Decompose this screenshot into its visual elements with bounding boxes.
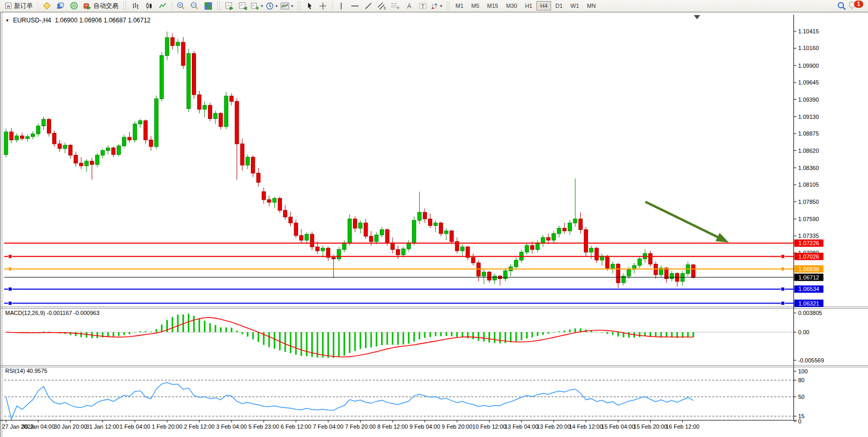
toolbar-separator xyxy=(332,2,333,10)
new-order-icon xyxy=(5,2,12,9)
line-handle[interactable] xyxy=(8,301,12,305)
zoom-in-icon xyxy=(177,2,185,10)
fibonacci-icon: F xyxy=(391,2,400,10)
time-axis-label: 8 Feb 12:00 xyxy=(377,423,408,430)
zoom-out-button[interactable] xyxy=(188,1,201,11)
timeframe-H1[interactable]: H1 xyxy=(521,1,536,10)
price-line-badge-label: 1.06712 xyxy=(799,274,820,281)
horizontal-line-tool[interactable] xyxy=(348,1,362,11)
dropdown-arrow-icon: ▼ xyxy=(260,4,264,8)
line-chart-button[interactable] xyxy=(156,1,169,11)
vertical-line-tool[interactable] xyxy=(335,1,348,11)
arrows-tool[interactable]: ▼ xyxy=(430,1,444,11)
line-handle[interactable] xyxy=(781,267,785,271)
zoom-in-button[interactable] xyxy=(174,1,188,11)
price-axis-label: 1.09645 xyxy=(798,79,819,86)
metaeditor-button[interactable] xyxy=(40,1,54,11)
timeframe-MN[interactable]: MN xyxy=(583,1,600,10)
signals-icon xyxy=(70,2,78,10)
chart-shift-marker[interactable] xyxy=(694,15,700,19)
chart-shift-button[interactable] xyxy=(223,1,236,11)
timeframe-D1[interactable]: D1 xyxy=(552,1,566,10)
price-line-badge-label: 1.06838 xyxy=(799,266,820,272)
new-order-button[interactable]: 新订单 xyxy=(2,1,35,11)
chart-title-bar: ▼ EURUSD-,H4 1.06900 1.06906 1.06687 1.0… xyxy=(5,17,151,24)
equidistant-channel-icon: E xyxy=(377,2,386,10)
trend-arrow-line[interactable] xyxy=(645,202,719,238)
cursor-icon xyxy=(306,2,313,10)
bar-chart-icon xyxy=(132,2,140,10)
signals-button[interactable] xyxy=(67,1,81,11)
search-icon[interactable] xyxy=(837,2,846,10)
timeframe-M5[interactable]: M5 xyxy=(468,1,483,10)
toolbar-grip xyxy=(298,2,300,10)
price-axis-label: 1.07335 xyxy=(798,233,819,239)
line-handle[interactable] xyxy=(781,301,785,305)
rsi-scale-label: 100 xyxy=(798,368,808,374)
timeframe-W1[interactable]: W1 xyxy=(567,1,583,10)
crosshair-button[interactable] xyxy=(316,1,330,11)
autotrading-button[interactable]: 自动交易 xyxy=(81,1,121,11)
candlestick-chart-icon xyxy=(145,2,153,10)
candles xyxy=(4,32,695,288)
dropdown-arrow-icon: ▼ xyxy=(290,4,294,8)
price-line-badge-label: 1.06534 xyxy=(799,286,820,292)
equidistant-channel-tool[interactable]: E xyxy=(375,1,389,11)
new-chart-button[interactable]: ▼ xyxy=(250,1,265,11)
time-axis-label: 9 Feb 20:00 xyxy=(442,423,472,430)
chart-shift-icon xyxy=(225,2,234,10)
periods-button[interactable]: ▼ xyxy=(265,1,279,11)
line-handle[interactable] xyxy=(8,254,12,258)
chart-menu-arrow-icon[interactable]: ▼ xyxy=(5,18,9,23)
trendline-icon xyxy=(364,2,372,10)
time-axis-label: 3 Feb 04:00 xyxy=(216,423,247,430)
timeframe-M30[interactable]: M30 xyxy=(503,1,521,10)
time-axis-label: 10 Feb 12:00 xyxy=(472,423,506,430)
price-axis-label: 1.09900 xyxy=(798,63,819,69)
line-handle[interactable] xyxy=(8,287,12,291)
time-axis-label: 1 Feb 20:00 xyxy=(152,423,182,430)
dropdown-arrow-icon: ▼ xyxy=(439,4,443,8)
timeframe-H4[interactable]: H4 xyxy=(536,1,551,10)
time-axis-label: 7 Feb 20:00 xyxy=(345,423,376,430)
text-label-tool[interactable]: T xyxy=(416,1,430,11)
fibonacci-tool[interactable]: F xyxy=(389,1,402,11)
toolbar-separator xyxy=(172,2,172,10)
crosshair-icon xyxy=(319,2,327,10)
tile-windows-button[interactable] xyxy=(201,1,215,11)
line-handle[interactable] xyxy=(781,287,785,291)
templates-button[interactable]: ▼ xyxy=(279,1,295,11)
timeframe-M1[interactable]: M1 xyxy=(452,1,467,10)
chart-symbol-period: EURUSD-,H4 xyxy=(13,17,51,24)
text-tool[interactable]: A xyxy=(402,1,416,11)
candlestick-chart-button[interactable] xyxy=(142,1,156,11)
chart-canvas: 1.104151.101601.099001.096451.093901.091… xyxy=(0,0,868,437)
zoom-out-icon xyxy=(190,2,199,10)
bar-chart-button[interactable] xyxy=(129,1,142,11)
strategy-tester-button[interactable] xyxy=(54,1,67,11)
rsi-indicator-label: RSI(14) 40.9575 xyxy=(5,368,47,374)
timeframe-M15[interactable]: M15 xyxy=(483,1,502,10)
cursor-button[interactable] xyxy=(303,1,316,11)
price-axis-label: 1.10160 xyxy=(798,45,819,51)
toolbar-grip xyxy=(447,2,449,10)
rsi-scale-label: 0 xyxy=(798,418,801,424)
rsi-line xyxy=(6,383,693,419)
price-axis-label: 1.08360 xyxy=(798,165,819,171)
text-icon: A xyxy=(406,2,413,10)
line-handle[interactable] xyxy=(8,267,12,271)
time-axis-label: 14 Feb 12:00 xyxy=(569,423,603,430)
price-axis-label: 1.07590 xyxy=(798,216,819,222)
notifications-button[interactable]: 1 xyxy=(849,1,862,11)
vertical-line-icon xyxy=(338,2,345,10)
metaeditor-icon xyxy=(43,2,51,10)
price-axis-label: 1.08105 xyxy=(798,181,819,188)
trend-arrow-head[interactable] xyxy=(716,233,729,242)
line-handle[interactable] xyxy=(781,254,785,258)
trendline-tool[interactable] xyxy=(362,1,375,11)
auto-scroll-button[interactable] xyxy=(236,1,250,11)
svg-text:A: A xyxy=(407,3,411,10)
rsi-scale-label: 80 xyxy=(798,377,804,383)
svg-text:F: F xyxy=(397,6,399,10)
tile-windows-icon xyxy=(204,2,212,10)
